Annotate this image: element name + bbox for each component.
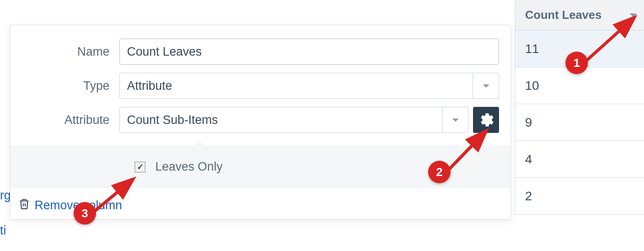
attribute-select-caret[interactable]: [442, 107, 469, 133]
column-cell[interactable]: 2: [515, 178, 644, 215]
type-row: Type Attribute: [22, 73, 499, 99]
annotation-badge-2: 2: [428, 161, 451, 183]
background-text-fragment: ti: [0, 224, 6, 238]
attribute-settings-button[interactable]: [473, 107, 499, 133]
attribute-select[interactable]: Count Sub-Items: [119, 107, 469, 133]
type-label: Type: [22, 79, 119, 93]
leaves-only-label: Leaves Only: [155, 160, 223, 174]
annotation-badge-3: 3: [74, 202, 96, 225]
column-cell[interactable]: 9: [515, 104, 644, 141]
type-select[interactable]: Attribute: [119, 73, 499, 99]
trash-icon: [18, 198, 30, 213]
annotation-badge-1: 1: [565, 52, 588, 74]
attribute-label: Attribute: [22, 113, 119, 127]
name-input[interactable]: [119, 39, 499, 65]
column-header-label: Count Leaves: [525, 8, 602, 22]
type-select-value: Attribute: [119, 73, 473, 99]
column-header[interactable]: Count Leaves: [515, 0, 644, 31]
attribute-row: Attribute Count Sub-Items: [22, 107, 499, 133]
background-text-fragment: rg: [0, 189, 11, 203]
leaves-only-checkbox[interactable]: ✓: [135, 162, 145, 172]
leaves-only-row: ✓ Leaves Only: [22, 160, 499, 174]
column-cell[interactable]: 4: [515, 141, 644, 178]
chevron-down-icon: [630, 13, 637, 17]
name-row: Name: [22, 39, 499, 65]
form-section: Name Type Attribute Attribute Count Sub-: [10, 25, 510, 145]
attribute-select-value: Count Sub-Items: [119, 107, 442, 133]
name-label: Name: [22, 45, 119, 59]
chevron-down-icon: [483, 84, 489, 88]
column-settings-popup: Name Type Attribute Attribute Count Sub-: [10, 25, 511, 220]
gear-icon: [478, 112, 494, 128]
data-column: Count Leaves 11 10 9 4 2: [515, 0, 644, 215]
type-select-caret[interactable]: [473, 73, 499, 99]
chevron-down-icon: [452, 119, 459, 122]
